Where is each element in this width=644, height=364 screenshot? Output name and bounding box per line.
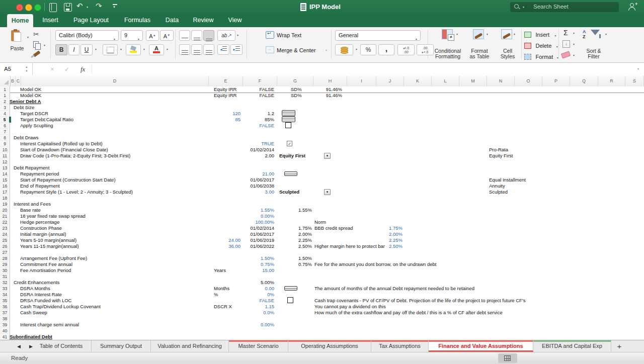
column-header-J[interactable]: J [376, 76, 404, 86]
row-header-12[interactable]: 12 [0, 159, 10, 165]
format-painter-icon[interactable] [33, 51, 41, 57]
borders-caret[interactable]: ▼ [120, 48, 122, 51]
cell[interactable]: 91.46% [326, 86, 342, 93]
sheet-tab-operating-assumptions[interactable]: Operating Assumptions [288, 340, 371, 352]
row-header-19[interactable]: 19 [0, 201, 10, 207]
cell[interactable]: 5.00% [261, 280, 274, 286]
cell[interactable]: 01/06/2017 [250, 231, 274, 237]
currency-caret[interactable]: ▼ [355, 48, 358, 51]
comma-style-button[interactable]: , [378, 44, 394, 55]
close-window-button[interactable] [16, 4, 23, 11]
select-all-corner[interactable] [0, 76, 11, 86]
cell[interactable]: Sculpted [279, 189, 299, 195]
cell[interactable]: 0% [267, 292, 274, 298]
cell[interactable]: 1.15 [265, 304, 275, 310]
cell[interactable]: 2.50% [298, 243, 312, 249]
column-header-N[interactable]: N [487, 76, 515, 86]
sheet-tab-ebitda-and-capital-exp[interactable]: EBITDA and Capital Exp [533, 340, 611, 352]
row-header-10[interactable]: 10 [0, 147, 10, 153]
row-label[interactable]: DRSA Funded with LOC [20, 298, 71, 304]
cell[interactable]: 2.00 [265, 153, 275, 159]
cell[interactable]: Equity First [489, 153, 513, 159]
row-header-24[interactable]: 24 [0, 231, 10, 237]
fill-down-button[interactable]: ↓ [562, 40, 570, 48]
row-label[interactable]: Start of Drawdown (Financial Close Date) [20, 147, 108, 153]
spinner-control[interactable] [284, 171, 297, 176]
row-header-3[interactable]: 3 [0, 105, 10, 111]
cell[interactable]: 1.75% [298, 225, 312, 231]
cell[interactable]: 1.55% [298, 207, 312, 213]
cell[interactable]: 01/06/2022 [250, 243, 274, 249]
search-scope-caret[interactable]: ▼ [522, 6, 525, 9]
merge-center-label[interactable]: Merge & Center [277, 47, 316, 53]
row-label[interactable]: Hedge percentage [20, 219, 59, 225]
enter-icon[interactable]: ✓ [64, 66, 69, 73]
merge-center-caret[interactable]: ▼ [325, 49, 328, 52]
tab-view[interactable]: View [228, 17, 242, 24]
percent-style-button[interactable]: % [360, 44, 376, 55]
row-label[interactable]: Repayment Style (1 - Level; 2 - Annuity;… [20, 189, 133, 195]
align-right-button[interactable] [203, 44, 214, 55]
insert-function-icon[interactable]: fx [80, 65, 85, 73]
row-label[interactable]: DSRA Interest Rate [20, 292, 62, 298]
row-label[interactable]: Construction Phase [20, 225, 62, 231]
row-label[interactable]: Start of Repayment (Construction Start D… [20, 177, 116, 183]
row-label[interactable]: Initial margin (annual) [20, 231, 66, 237]
decrease-decimal-button[interactable]: .00 ▸+.0 [417, 44, 434, 55]
sheet-tab-summary-output[interactable]: Summary Output [92, 340, 151, 352]
currency-button[interactable] [335, 44, 353, 55]
conditional-formatting-button[interactable]: ≠ ▼ Conditional Formatting [432, 28, 464, 61]
row-header-41[interactable]: 41 [0, 334, 10, 340]
spinner-control[interactable] [284, 286, 297, 291]
column-header-K[interactable]: K [404, 76, 432, 86]
cell[interactable]: 0.0% [263, 310, 274, 316]
copy-caret[interactable]: ▼ [43, 44, 46, 47]
row-label[interactable]: Interest charge semi annual [20, 322, 79, 328]
orientation-caret[interactable]: ▼ [236, 34, 239, 37]
cell[interactable]: 1.50% [298, 255, 312, 261]
row-label[interactable]: Cash Trap/Dividend Lockup Covenant [20, 304, 101, 310]
row-header-20[interactable]: 20 [0, 207, 10, 213]
cell[interactable]: Sculpted [489, 189, 508, 195]
row-label[interactable]: Model OK [20, 93, 41, 99]
row-label[interactable]: Commitment Fee annual [20, 261, 72, 267]
column-header-S[interactable]: S [625, 76, 644, 86]
minimize-window-button[interactable] [25, 4, 32, 11]
row-header-25[interactable]: 25 [0, 237, 10, 243]
clear-eraser-icon[interactable] [561, 51, 571, 58]
spinner-control[interactable] [282, 110, 295, 116]
cell[interactable]: 2.00% [298, 231, 312, 237]
row-label[interactable]: Base rate [20, 207, 41, 213]
row-header-40[interactable]: 40 [0, 328, 10, 334]
add-sheet-button[interactable]: + [611, 340, 627, 352]
cell[interactable]: FALSE [259, 86, 274, 93]
checkbox-checked[interactable] [287, 141, 292, 146]
cut-icon[interactable]: ✂ [33, 30, 39, 38]
tab-formulas[interactable]: Formulas [124, 17, 150, 24]
column-header-P[interactable]: P [542, 76, 570, 86]
spinner-control[interactable] [282, 116, 295, 122]
cell[interactable]: 01/06/2017 [250, 177, 274, 183]
cell[interactable]: Months [214, 286, 229, 292]
paste-button[interactable]: Paste ▼ [6, 29, 28, 59]
row-header-1[interactable]: 1 [0, 86, 10, 93]
row-label[interactable]: DSRA Months [20, 286, 50, 292]
toolbar-overflow-icon[interactable]: ▼ [113, 4, 117, 9]
row-label[interactable]: Subordinated Debt [10, 334, 52, 340]
zoom-window-button[interactable] [34, 4, 41, 11]
column-header-Q[interactable]: Q [570, 76, 598, 86]
cell[interactable]: % [214, 292, 218, 298]
cell[interactable]: Pro-Rata [489, 147, 508, 153]
sheet-tab-valuation-and-refinancing[interactable]: Valuation and Refinancing [151, 340, 229, 352]
search-sheet-box[interactable]: ▼ Search Sheet [510, 2, 619, 12]
name-box-stepper-down[interactable]: ▼ [25, 69, 28, 72]
cell[interactable]: Equal Installment [489, 177, 526, 183]
row-header-30[interactable]: 30 [0, 267, 10, 274]
autosum-button[interactable]: Σ [564, 29, 568, 37]
cell[interactable]: Equity IRR [214, 93, 236, 99]
row-header-34[interactable]: 34 [0, 292, 10, 298]
row-header-23[interactable]: 23 [0, 225, 10, 231]
column-header-L[interactable]: L [432, 76, 459, 86]
row-header-21[interactable]: 21 [0, 213, 10, 219]
cell[interactable]: 120 [232, 111, 240, 117]
